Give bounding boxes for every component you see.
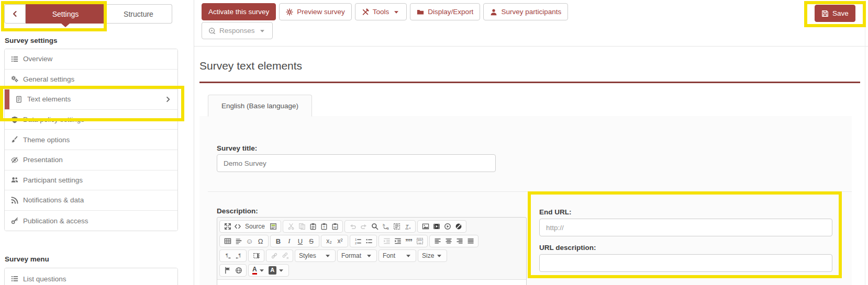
cke-size-dropdown[interactable]: Size xyxy=(418,249,447,262)
sidebar-item-label: Overview xyxy=(23,55,52,63)
sidebar-item-participant-settings[interactable]: Participant settings xyxy=(5,170,177,191)
cke-align-right-button[interactable] xyxy=(454,236,465,247)
survey-menu-heading: Survey menu xyxy=(5,255,49,263)
end-url-input[interactable] xyxy=(539,219,832,236)
cke-group-links xyxy=(266,249,293,262)
cke-paste-word-button[interactable] xyxy=(329,221,340,232)
collapse-sidebar-button[interactable] xyxy=(4,4,26,24)
cke-paste-button[interactable] xyxy=(307,221,318,232)
cke-text-color-button[interactable]: A xyxy=(251,265,267,276)
cke-rtl-button[interactable] xyxy=(233,250,244,261)
cke-group-align xyxy=(429,235,478,247)
cke-table-button[interactable] xyxy=(222,236,233,247)
cke-blockquote-button[interactable]: ”” xyxy=(403,236,414,247)
sidebar-item-text-elements[interactable]: Text elements xyxy=(5,89,177,110)
image-icon xyxy=(422,223,429,230)
cke-show-blocks-button[interactable] xyxy=(251,250,262,261)
sidebar-item-publication-access[interactable]: Publication & access xyxy=(5,211,177,231)
cke-horizontal-rule-button[interactable] xyxy=(233,236,244,247)
cke-paste-text-button[interactable] xyxy=(318,221,329,232)
cke-underline-button[interactable]: U xyxy=(295,236,306,247)
cke-media-button[interactable] xyxy=(431,221,442,232)
cke-group-indent: ”” xyxy=(379,235,428,247)
cke-group-editing xyxy=(344,220,416,233)
cke-unlink-button[interactable] xyxy=(280,250,291,261)
cke-special-char-button[interactable]: Ω xyxy=(255,236,266,247)
cke-media-player-button[interactable] xyxy=(442,221,453,232)
cke-copy-button[interactable] xyxy=(296,221,307,232)
tab-structure[interactable]: Structure xyxy=(105,4,172,24)
cke-cut-button[interactable] xyxy=(285,221,296,232)
omega-icon: Ω xyxy=(258,237,263,245)
sidebar-item-notifications-data[interactable]: Notifications & data xyxy=(5,190,177,211)
cke-indent-button[interactable] xyxy=(392,236,403,247)
cke-link-button[interactable] xyxy=(269,250,280,261)
cke-find-button[interactable] xyxy=(369,221,380,232)
cke-superscript-button[interactable]: x² xyxy=(335,236,346,247)
sidebar-item-data-policy-settings[interactable]: Data policy settings xyxy=(5,110,177,130)
cke-remove-format-button[interactable] xyxy=(402,221,413,232)
cke-undo-button[interactable] xyxy=(347,221,358,232)
cke-anchor-button[interactable] xyxy=(222,265,233,276)
list-icon xyxy=(11,55,18,63)
tab-english-base-language[interactable]: English (Base language) xyxy=(208,95,312,117)
cke-maximize-button[interactable] xyxy=(222,221,233,232)
styles-dropdown-label: Styles xyxy=(299,252,316,259)
sidebar-item-overview[interactable]: Overview xyxy=(5,49,177,70)
cke-select-all-button[interactable] xyxy=(391,221,402,232)
search-icon xyxy=(371,223,379,230)
cke-italic-button[interactable]: I xyxy=(284,236,295,247)
rss-icon xyxy=(11,197,18,204)
cke-iframe-button[interactable] xyxy=(453,221,464,232)
cke-group-clipboard xyxy=(283,220,343,233)
sidebar-item-presentation[interactable]: Presentation xyxy=(5,150,177,170)
cke-source-button[interactable]: Source xyxy=(233,221,268,232)
cke-templates-button[interactable] xyxy=(268,221,279,232)
preview-survey-button[interactable]: Preview survey xyxy=(279,3,352,20)
display-export-button[interactable]: Display/Export xyxy=(410,3,480,20)
align-left-icon xyxy=(434,237,441,245)
survey-participants-button[interactable]: Survey participants xyxy=(483,3,568,20)
cke-ltr-button[interactable] xyxy=(222,250,233,261)
language-tabs: English (Base language) xyxy=(199,95,852,117)
survey-title-input[interactable] xyxy=(217,154,496,172)
responses-label: Responses xyxy=(219,27,255,35)
cke-strike-button[interactable]: S xyxy=(306,236,317,247)
section-divider xyxy=(208,191,852,192)
tools-button[interactable]: Tools xyxy=(355,3,407,20)
sidebar-item-label: Data policy settings xyxy=(23,116,84,123)
activate-survey-label: Activate this survey xyxy=(208,8,269,16)
cke-replace-button[interactable] xyxy=(380,221,391,232)
cke-redo-button[interactable] xyxy=(358,221,369,232)
save-button[interactable]: Save xyxy=(815,5,855,22)
format-dropdown-label: Format xyxy=(341,252,361,259)
sidebar-item-theme-options[interactable]: Theme options xyxy=(5,130,177,150)
tab-settings[interactable]: Settings xyxy=(26,4,105,24)
survey-menu: List questions xyxy=(4,268,178,285)
cke-align-center-button[interactable] xyxy=(443,236,454,247)
cke-div-container-button[interactable] xyxy=(414,236,425,247)
activate-survey-button[interactable]: Activate this survey xyxy=(202,3,276,20)
url-description-input[interactable] xyxy=(539,254,832,272)
cke-outdent-button[interactable] xyxy=(381,236,392,247)
cke-bold-button[interactable]: B xyxy=(273,236,284,247)
cke-smiley-button[interactable]: ☺ xyxy=(244,236,255,247)
responses-button[interactable]: Responses xyxy=(202,22,273,39)
cke-align-left-button[interactable] xyxy=(432,236,443,247)
sidebar-item-list-questions[interactable]: List questions xyxy=(5,268,177,285)
cke-language-button[interactable] xyxy=(233,265,244,276)
cke-numbered-list-button[interactable] xyxy=(352,236,363,247)
cke-styles-dropdown[interactable]: Styles xyxy=(295,249,336,262)
cke-justify-button[interactable] xyxy=(465,236,476,247)
cke-bullet-list-button[interactable] xyxy=(363,236,374,247)
cke-format-dropdown[interactable]: Format xyxy=(337,249,377,262)
cke-bg-color-button[interactable]: A xyxy=(267,265,286,276)
cke-subscript-button[interactable]: x₂ xyxy=(324,236,335,247)
cke-image-button[interactable] xyxy=(420,221,431,232)
size-dropdown-label: Size xyxy=(422,252,434,259)
paste-as-text-icon xyxy=(320,223,328,230)
sidebar-item-general-settings[interactable]: General settings xyxy=(5,70,177,90)
cke-font-dropdown[interactable]: Font xyxy=(379,249,416,262)
sidebar-item-label: Publication & access xyxy=(23,217,88,225)
cke-editing-area[interactable] xyxy=(217,279,526,285)
